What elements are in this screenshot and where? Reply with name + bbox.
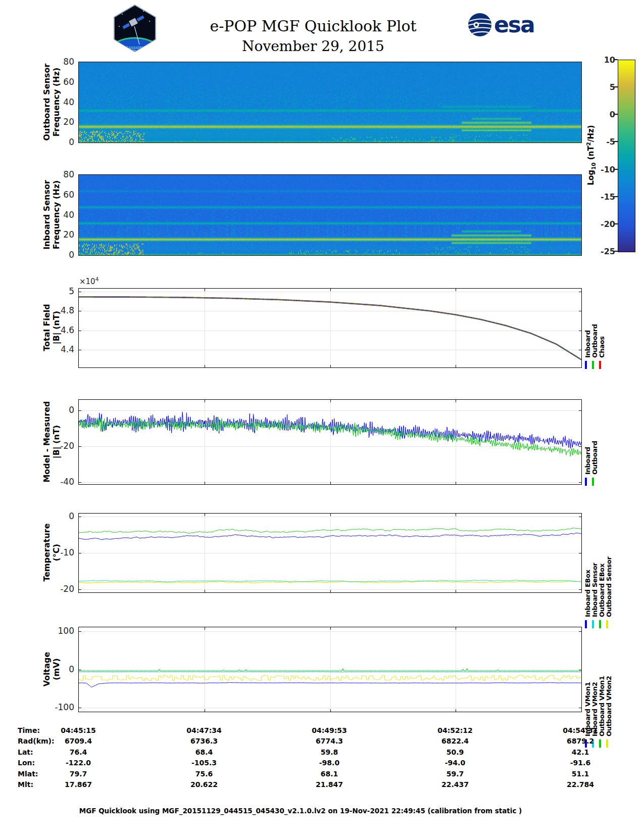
temperature-legend-marker xyxy=(599,620,601,628)
ephem-value: 6879.2 xyxy=(540,737,621,745)
temperature-ytick: 0 xyxy=(47,512,74,521)
colorbar-label-text: (nT xyxy=(586,146,596,162)
multiplier-exp: 4 xyxy=(95,276,99,282)
ephem-value: 6822.4 xyxy=(415,737,496,745)
colorbar-tick-mark xyxy=(614,196,618,197)
colorbar-tick-mark xyxy=(614,59,618,60)
total-field-panel xyxy=(78,288,582,368)
ephem-value: 04:52:12 xyxy=(415,726,496,734)
colorbar-label-text: Log xyxy=(586,170,596,186)
temperature-panel xyxy=(78,513,582,593)
voltage-ylabel: Voltage(mV) xyxy=(42,652,61,686)
voltage-panel xyxy=(78,627,582,712)
voltage-canvas xyxy=(79,627,581,712)
outboard-spectrogram-ylabel: Outboard SensorFrequency (Hz) xyxy=(42,63,61,141)
total-field-ylabel-line: Total Field xyxy=(42,304,52,351)
ephem-row-label-mlat: Mlat: xyxy=(18,770,38,778)
model-minus-measured-ylabel-line: Model - Measured xyxy=(42,401,52,482)
colorbar-tick: 5 xyxy=(597,82,615,92)
temperature-ytick: -20 xyxy=(47,584,74,593)
ephem-row-label-lat: Lat: xyxy=(18,748,33,756)
inboard-spectrogram-ytick: 80 xyxy=(47,170,74,179)
esa-wordmark: esa xyxy=(494,14,534,36)
cassiope-patch-icon: CASSIOPE xyxy=(112,4,158,53)
esa-globe-icon xyxy=(467,12,492,37)
colorbar-tick-mark xyxy=(614,251,618,252)
ephem-value: 51.1 xyxy=(540,770,621,778)
total-field-y-multiplier: ×104 xyxy=(79,276,98,286)
total-field-legend-marker xyxy=(592,361,594,369)
ephem-value: 79.7 xyxy=(38,770,119,778)
colorbar-tick-mark xyxy=(614,114,618,115)
ephem-row-label-lon: Lon: xyxy=(18,759,35,767)
ephem-value: 6774.3 xyxy=(289,737,370,745)
colorbar-tick-mark xyxy=(614,223,618,224)
ephem-value: 04:45:15 xyxy=(38,726,119,734)
total-field-ylabel: Total Field|B| (nT) xyxy=(42,304,61,351)
ephem-value: -105.3 xyxy=(164,759,244,767)
inboard-spectrogram-ylabel-line: Frequency (Hz) xyxy=(52,180,61,250)
voltage-ylabel-line: (mV) xyxy=(52,652,61,686)
inboard-spectrogram-ylabel: Inboard SensorFrequency (Hz) xyxy=(42,180,61,250)
ephem-value: 59.8 xyxy=(289,748,370,756)
voltage-ytick: 100 xyxy=(47,626,74,635)
total-field-ylabel-line: |B| (nT) xyxy=(52,304,61,351)
model-minus-measured-canvas xyxy=(79,400,581,484)
outboard-spectrogram-ylabel-line: Frequency (Hz) xyxy=(52,63,61,141)
temperature-ylabel-line: Temperature xyxy=(42,523,52,581)
ephem-value: 75.6 xyxy=(164,770,244,778)
colorbar xyxy=(618,60,635,252)
model-minus-measured-legend-marker xyxy=(585,478,587,486)
ephem-value: 20.622 xyxy=(164,780,244,789)
total-field-ytick: 5 xyxy=(47,287,74,296)
model-minus-measured-legend-outboard: Outboard xyxy=(591,441,599,475)
colorbar-tick-mark xyxy=(614,141,618,142)
outboard-spectrogram-ylabel-line: Outboard Sensor xyxy=(42,63,52,141)
colorbar-tick: -15 xyxy=(597,192,615,202)
ephem-value: 68.1 xyxy=(289,770,370,778)
ephem-value: 17.867 xyxy=(38,780,119,789)
total-field-legend-marker xyxy=(599,361,601,369)
colorbar-label-sub: 10 xyxy=(590,162,597,170)
ephem-value: 68.4 xyxy=(164,748,244,756)
total-field-canvas xyxy=(79,289,581,367)
temperature-legend-marker xyxy=(592,620,594,628)
temperature-legend-inboard-sensor: Inboard Sensor xyxy=(591,563,599,617)
colorbar-tick: 0 xyxy=(597,110,615,119)
colorbar-tick: -5 xyxy=(597,137,615,147)
temperature-legend-inboard-ebox: Inboard EBox xyxy=(584,570,591,617)
temperature-ylabel-line: (°C) xyxy=(52,523,61,581)
total-field-legend-inboard: Inboard xyxy=(584,330,591,358)
temperature-canvas xyxy=(79,514,581,592)
colorbar-tick: 10 xyxy=(597,55,615,65)
model-minus-measured-ylabel-line: |B| (nT) xyxy=(52,401,61,482)
colorbar-tick-mark xyxy=(614,169,618,170)
colorbar-tick: -20 xyxy=(597,219,615,229)
total-field-legend-marker xyxy=(585,361,587,369)
ephem-value: 6736.3 xyxy=(164,737,244,745)
temperature-legend-marker xyxy=(606,620,608,628)
ephem-row-label-mlt: Mlt: xyxy=(18,780,33,789)
ephem-value: 22.437 xyxy=(415,780,496,789)
page-title: e-POP MGF Quicklook Plot xyxy=(167,17,460,35)
ephem-value: 6709.4 xyxy=(38,737,119,745)
temperature-legend-marker xyxy=(585,620,587,628)
model-minus-measured-legend-marker xyxy=(592,478,594,486)
outboard-spectrogram-canvas xyxy=(79,62,581,143)
colorbar-label-sup: 2 xyxy=(585,142,591,146)
ephem-value: -91.6 xyxy=(540,759,621,767)
model-minus-measured-ylabel: Model - Measured|B| (nT) xyxy=(42,401,61,482)
temperature-ylabel: Temperature(°C) xyxy=(42,523,61,581)
footer-caption: MGF Quicklook using MGF_20151129_044515_… xyxy=(23,807,578,815)
total-field-legend-outboard: Outboard xyxy=(591,324,599,358)
ephem-value: 04:49:53 xyxy=(289,726,370,734)
temperature-legend-outboard-sensor: Outboard Sensor xyxy=(606,557,613,617)
total-field-legend-chaos: Chaos xyxy=(599,336,606,358)
ephem-value: 50.9 xyxy=(415,748,496,756)
model-minus-measured-legend-inboard: Inboard xyxy=(584,447,591,475)
inboard-spectrogram-ylabel-line: Inboard Sensor xyxy=(42,180,52,250)
page: CASSIOPE e-POP MGF Quicklook Plot Novemb… xyxy=(0,0,644,834)
colorbar-tick: -25 xyxy=(597,247,615,256)
ephem-value: -94.0 xyxy=(415,759,496,767)
voltage-ytick: -100 xyxy=(47,703,74,712)
